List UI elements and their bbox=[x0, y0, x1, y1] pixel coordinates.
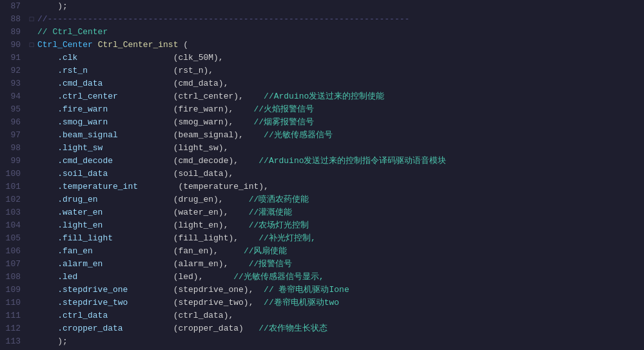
code-line: 88□//-----------------------------------… bbox=[0, 13, 644, 26]
fold-icon[interactable] bbox=[27, 142, 36, 155]
fold-icon[interactable] bbox=[27, 64, 36, 77]
fold-icon[interactable] bbox=[27, 116, 36, 129]
code-segment: .led bbox=[37, 272, 77, 282]
line-number: 102 bbox=[0, 193, 27, 206]
code-line: 108 .led (led), //光敏传感器信号显示, bbox=[0, 271, 644, 284]
fold-icon[interactable] bbox=[27, 103, 36, 116]
fold-icon[interactable] bbox=[27, 322, 36, 335]
fold-icon[interactable] bbox=[27, 52, 36, 64]
line-number: 103 bbox=[0, 206, 27, 219]
fold-icon[interactable] bbox=[27, 168, 36, 180]
fold-icon[interactable] bbox=[27, 77, 36, 90]
code-segment: .light_sw bbox=[37, 143, 102, 153]
line-number: 100 bbox=[0, 168, 27, 180]
code-line: 113 ); bbox=[0, 335, 644, 348]
code-text: .beam_signal (beam_signal), //光敏传感器信号 bbox=[36, 129, 644, 142]
code-segment: (led), bbox=[77, 272, 233, 282]
code-segment: .ctrl_data bbox=[37, 311, 108, 320]
code-segment: .soil_data bbox=[37, 169, 108, 179]
code-text: .clk (clk_50M), bbox=[36, 52, 644, 64]
fold-icon[interactable] bbox=[27, 90, 36, 103]
fold-icon[interactable] bbox=[27, 180, 36, 193]
fold-icon[interactable] bbox=[27, 335, 36, 348]
code-segment: //光敏传感器信号 bbox=[264, 130, 333, 140]
code-segment: .beam_signal bbox=[37, 130, 118, 140]
code-segment: (light_en), bbox=[102, 220, 248, 230]
fold-icon[interactable] bbox=[27, 0, 36, 13]
line-number: 108 bbox=[0, 271, 27, 284]
code-text: .fire_warn (fire_warn), //火焰报警信号 bbox=[36, 103, 644, 116]
fold-icon[interactable] bbox=[27, 232, 36, 245]
code-segment: //农场灯光控制 bbox=[249, 220, 309, 230]
code-text: Ctrl_Center Ctrl_Center_inst ( bbox=[36, 39, 644, 52]
code-line: 106 .fan_en (fan_en), //风扇使能 bbox=[0, 245, 644, 258]
fold-icon[interactable] bbox=[27, 219, 36, 232]
line-number: 87 bbox=[0, 0, 27, 13]
code-segment: (temperature_int), bbox=[138, 182, 269, 191]
line-number: 101 bbox=[0, 180, 27, 193]
code-text: .stepdrive_one (stepdrive_one), // 卷帘电机驱… bbox=[36, 284, 644, 297]
fold-icon[interactable] bbox=[27, 297, 36, 309]
line-number: 93 bbox=[0, 77, 27, 90]
code-segment: .temperature_int bbox=[37, 182, 138, 191]
line-number: 110 bbox=[0, 297, 27, 309]
fold-icon[interactable] bbox=[27, 206, 36, 219]
code-segment: (cmd_data), bbox=[102, 79, 228, 88]
code-segment: .fire_warn bbox=[37, 104, 108, 114]
code-segment: (alarm_en), bbox=[102, 259, 248, 269]
code-segment: (soil_data), bbox=[108, 169, 233, 179]
fold-icon[interactable] bbox=[27, 245, 36, 258]
code-segment: (ctrl_data), bbox=[108, 311, 233, 320]
fold-icon[interactable] bbox=[27, 309, 36, 322]
code-segment: .stepdrive_two bbox=[37, 298, 128, 307]
line-number: 88 bbox=[0, 13, 27, 26]
code-segment: (water_en), bbox=[102, 208, 248, 217]
code-line: 104 .light_en (light_en), //农场灯光控制 bbox=[0, 219, 644, 232]
code-line: 105 .fill_light (fill_light), //补光灯控制, bbox=[0, 232, 644, 245]
code-line: 111 .ctrl_data (ctrl_data), bbox=[0, 309, 644, 322]
code-segment: .water_en bbox=[37, 208, 102, 217]
code-segment: .fan_en bbox=[37, 246, 93, 256]
fold-icon[interactable]: □ bbox=[27, 39, 36, 52]
fold-icon[interactable] bbox=[27, 129, 36, 142]
code-segment: ); bbox=[57, 1, 68, 11]
fold-icon[interactable] bbox=[27, 284, 36, 297]
fold-icon[interactable] bbox=[27, 271, 36, 284]
line-number: 97 bbox=[0, 129, 27, 142]
code-line: 92 .rst_n (rst_n), bbox=[0, 64, 644, 77]
code-segment: //卷帘电机驱动two bbox=[264, 298, 339, 307]
code-segment: .alarm_en bbox=[37, 259, 102, 269]
code-line: 109 .stepdrive_one (stepdrive_one), // 卷… bbox=[0, 284, 644, 297]
code-segment: (stepdrive_two), bbox=[128, 298, 264, 307]
fold-icon[interactable] bbox=[27, 258, 36, 271]
code-segment: (stepdrive_one), bbox=[128, 285, 264, 295]
code-text: .soil_data (soil_data), bbox=[36, 168, 644, 180]
code-line: 87 ); bbox=[0, 0, 644, 13]
code-content: 87 );88□//------------------------------… bbox=[0, 0, 644, 350]
code-segment: (fill_light), bbox=[113, 233, 259, 243]
code-text: .light_sw (light_sw), bbox=[36, 142, 644, 155]
fold-icon[interactable] bbox=[27, 155, 36, 168]
line-number: 98 bbox=[0, 142, 27, 155]
fold-icon[interactable] bbox=[27, 26, 36, 39]
code-text: .ctrl_center (ctrl_center), //Arduino发送过… bbox=[36, 90, 644, 103]
code-segment: .ctrl_center bbox=[37, 92, 118, 101]
code-segment: //光敏传感器信号显示, bbox=[233, 272, 324, 282]
fold-icon[interactable] bbox=[27, 193, 36, 206]
fold-icon[interactable]: □ bbox=[27, 13, 36, 26]
code-text: .ctrl_data (ctrl_data), bbox=[36, 309, 644, 322]
line-number: 89 bbox=[0, 26, 27, 39]
code-text: .led (led), //光敏传感器信号显示, bbox=[36, 271, 644, 284]
code-segment: //风扇使能 bbox=[244, 246, 288, 256]
code-text: .fan_en (fan_en), //风扇使能 bbox=[36, 245, 644, 258]
code-segment: (cropper_data) bbox=[123, 324, 259, 333]
line-number: 99 bbox=[0, 155, 27, 168]
code-segment: ); bbox=[37, 336, 68, 346]
code-line: 97 .beam_signal (beam_signal), //光敏传感器信号 bbox=[0, 129, 644, 142]
code-text: .light_en (light_en), //农场灯光控制 bbox=[36, 219, 644, 232]
code-segment: .cropper_data bbox=[37, 324, 123, 333]
line-number: 106 bbox=[0, 245, 27, 258]
code-text: ); bbox=[36, 335, 644, 348]
code-segment: //报警信号 bbox=[249, 259, 293, 269]
code-text: .water_en (water_en), //灌溉使能 bbox=[36, 206, 644, 219]
